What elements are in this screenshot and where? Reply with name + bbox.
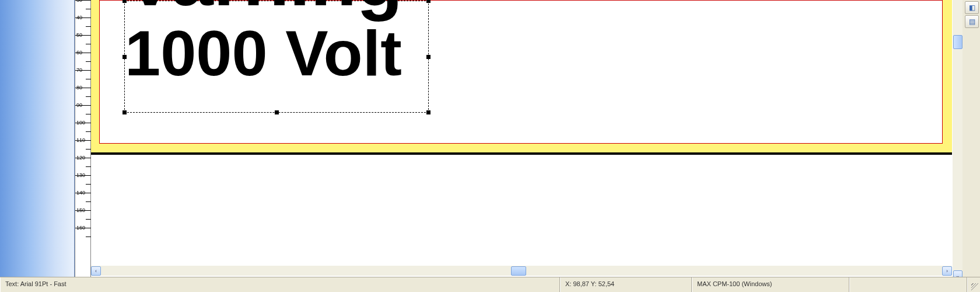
text-object-selected[interactable]: Varning 1000 Volt <box>124 1 429 113</box>
status-coordinates: X: 98,87 Y: 52,54 <box>560 277 692 292</box>
ruler-tick: 140 <box>75 193 92 200</box>
ruler-tick: 130 <box>75 175 92 183</box>
resize-handle-n[interactable] <box>275 0 279 3</box>
left-pane <box>0 0 75 287</box>
resize-handle-se[interactable] <box>426 110 430 114</box>
vscroll-thumb[interactable] <box>953 35 963 49</box>
ruler-tick: 120 <box>75 158 92 165</box>
chevron-left-icon: ‹ <box>95 268 97 274</box>
ruler-tick-label: 160 <box>76 225 85 231</box>
ruler-tick-label: 70 <box>76 67 82 73</box>
app-window: 30405060708090100110120130140150160 Varn… <box>0 0 980 292</box>
resize-grip-icon[interactable] <box>967 277 980 292</box>
ruler-tick-label: 60 <box>76 50 82 55</box>
ruler-tick: 30 <box>75 0 92 8</box>
safe-area-guide: Varning 1000 Volt <box>99 0 943 144</box>
tool-b-icon[interactable]: ▤ <box>965 15 979 28</box>
ruler-tick-label: 140 <box>76 190 85 196</box>
ruler-tick-label: 50 <box>76 32 82 38</box>
status-bar: Text: Arial 91Pt - Fast X: 98,87 Y: 52,5… <box>0 277 980 292</box>
ruler-tick: 50 <box>75 35 92 43</box>
ruler-tick-label: 40 <box>76 15 82 20</box>
status-printer: MAX CPM-100 (Windows) <box>692 277 849 292</box>
ruler-tick-label: 30 <box>76 0 82 3</box>
resize-handle-s[interactable] <box>275 110 279 114</box>
ruler-tick: 100 <box>75 123 92 130</box>
ruler-tick: 90 <box>75 105 92 113</box>
resize-handle-e[interactable] <box>426 55 430 59</box>
ruler-tick: 40 <box>75 18 92 25</box>
side-toolbar: ◧▤ <box>964 0 980 29</box>
ruler-tick-label: 80 <box>76 85 82 91</box>
hscroll-right-button[interactable]: › <box>942 266 952 276</box>
ruler-tick-label: 120 <box>76 155 85 161</box>
vertical-scrollbar[interactable]: ⌄ <box>952 0 963 280</box>
right-chrome: ⌄ ◧▤ <box>952 0 980 287</box>
status-spacer <box>849 277 967 292</box>
status-selection-info: Text: Arial 91Pt - Fast <box>0 277 560 292</box>
chevron-right-icon: › <box>946 268 948 274</box>
ruler-tick: 60 <box>75 53 92 60</box>
resize-handle-ne[interactable] <box>426 0 430 3</box>
ruler-tick-label: 100 <box>76 120 85 126</box>
resize-handle-nw[interactable] <box>123 0 127 3</box>
ruler-tick-label: 150 <box>76 207 85 213</box>
ruler-tick-label: 90 <box>76 102 82 108</box>
ruler-tick: 160 <box>75 228 92 235</box>
ruler-tick-label: 110 <box>76 137 85 143</box>
ruler-tick: 110 <box>75 140 92 148</box>
text-line-2[interactable]: 1000 Volt <box>125 24 428 82</box>
horizontal-scrollbar[interactable]: ‹ › <box>91 265 952 276</box>
vertical-ruler[interactable]: 30405060708090100110120130140150160 <box>75 0 91 280</box>
tool-a-icon[interactable]: ◧ <box>965 1 979 14</box>
canvas-area[interactable]: Varning 1000 Volt <box>91 0 952 280</box>
hscroll-thumb[interactable] <box>511 266 526 276</box>
resize-handle-sw[interactable] <box>123 110 127 114</box>
ruler-tick: 150 <box>75 210 92 218</box>
label-media: Varning 1000 Volt <box>91 0 952 155</box>
ruler-tick-label: 130 <box>76 172 85 178</box>
hscroll-left-button[interactable]: ‹ <box>91 266 101 276</box>
resize-handle-w[interactable] <box>123 55 127 59</box>
ruler-tick: 80 <box>75 88 92 95</box>
ruler-tick: 70 <box>75 70 92 78</box>
